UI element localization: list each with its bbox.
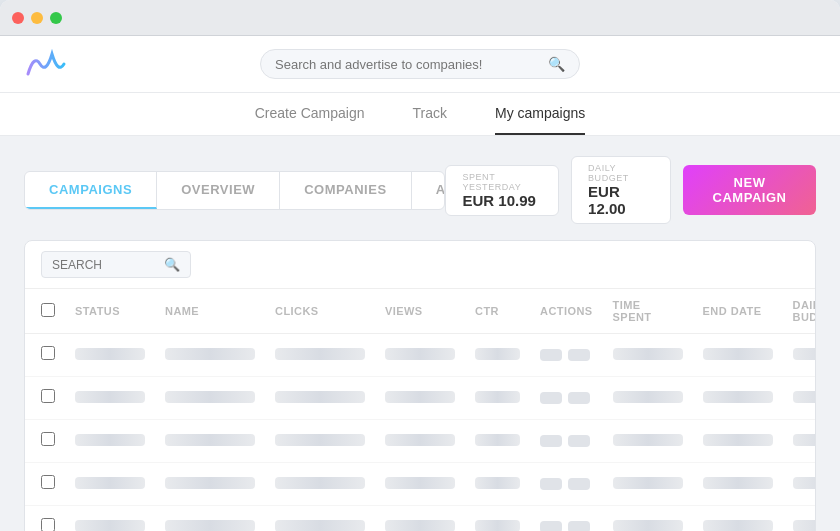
- row-ctr: [465, 377, 530, 420]
- sub-tabs: CAMPAIGNS OVERVIEW COMPANIES ADS: [24, 171, 445, 210]
- row-daily-budget: [783, 506, 816, 532]
- time-skeleton: [613, 391, 683, 403]
- row-daily-budget: [783, 463, 816, 506]
- row-checkbox[interactable]: [41, 346, 55, 360]
- name-skeleton: [165, 477, 255, 489]
- row-views: [375, 377, 465, 420]
- row-clicks: [265, 377, 375, 420]
- end-date-skeleton: [703, 520, 773, 531]
- row-ctr: [465, 334, 530, 377]
- sub-tabs-row: CAMPAIGNS OVERVIEW COMPANIES ADS SPENT Y…: [24, 156, 816, 224]
- clicks-skeleton: [275, 348, 365, 360]
- ctr-skeleton: [475, 434, 520, 446]
- sub-tab-companies[interactable]: COMPANIES: [280, 172, 411, 209]
- th-views: VIEWS: [375, 289, 465, 334]
- table-search-row: 🔍: [25, 241, 815, 289]
- row-name: [155, 334, 265, 377]
- end-date-skeleton: [703, 391, 773, 403]
- row-ctr: [465, 420, 530, 463]
- row-name: [155, 463, 265, 506]
- new-campaign-button[interactable]: NEW CAMPAIGN: [683, 165, 816, 215]
- time-skeleton: [613, 520, 683, 531]
- row-ctr: [465, 506, 530, 532]
- name-skeleton: [165, 434, 255, 446]
- ctr-skeleton: [475, 391, 520, 403]
- th-clicks: CLICKS: [265, 289, 375, 334]
- row-checkbox-cell: [25, 334, 65, 377]
- th-ctr: CTR: [465, 289, 530, 334]
- row-checkbox[interactable]: [41, 518, 55, 531]
- row-actions: [530, 463, 603, 506]
- row-views: [375, 463, 465, 506]
- action-skeleton-2: [568, 521, 590, 531]
- tab-track[interactable]: Track: [412, 93, 446, 135]
- row-clicks: [265, 463, 375, 506]
- campaigns-table-container: 🔍 STATUS NAME CLICKS VIEWS CTR ACTIONS: [24, 240, 816, 531]
- views-skeleton: [385, 391, 455, 403]
- row-views: [375, 334, 465, 377]
- name-skeleton: [165, 391, 255, 403]
- row-checkbox[interactable]: [41, 475, 55, 489]
- status-skeleton: [75, 520, 145, 531]
- row-clicks: [265, 334, 375, 377]
- clicks-skeleton: [275, 477, 365, 489]
- sub-tab-campaigns[interactable]: CAMPAIGNS: [25, 172, 157, 209]
- row-checkbox[interactable]: [41, 389, 55, 403]
- time-skeleton: [613, 477, 683, 489]
- actions-skeletons: [540, 478, 593, 490]
- row-end-date: [693, 334, 783, 377]
- views-skeleton: [385, 520, 455, 531]
- row-checkbox-cell: [25, 506, 65, 532]
- row-daily-budget: [783, 334, 816, 377]
- tab-my-campaigns[interactable]: My campaigns: [495, 93, 585, 135]
- row-end-date: [693, 377, 783, 420]
- budget-skeleton: [793, 348, 816, 360]
- clicks-skeleton: [275, 391, 365, 403]
- row-checkbox-cell: [25, 377, 65, 420]
- titlebar: [0, 0, 840, 36]
- row-views: [375, 420, 465, 463]
- row-clicks: [265, 506, 375, 532]
- tab-create-campaign[interactable]: Create Campaign: [255, 93, 365, 135]
- budget-skeleton: [793, 434, 816, 446]
- actions-skeletons: [540, 435, 593, 447]
- end-date-skeleton: [703, 348, 773, 360]
- row-end-date: [693, 463, 783, 506]
- table-search-input[interactable]: [52, 258, 158, 272]
- global-search-bar[interactable]: 🔍: [260, 49, 580, 79]
- action-skeleton-1: [540, 478, 562, 490]
- action-skeleton-2: [568, 392, 590, 404]
- row-time-spent: [603, 334, 693, 377]
- main-content: CAMPAIGNS OVERVIEW COMPANIES ADS SPENT Y…: [0, 136, 840, 531]
- select-all-checkbox[interactable]: [41, 303, 55, 317]
- end-date-skeleton: [703, 434, 773, 446]
- action-skeleton-2: [568, 349, 590, 361]
- status-skeleton: [75, 391, 145, 403]
- name-skeleton: [165, 520, 255, 531]
- table-search-bar[interactable]: 🔍: [41, 251, 191, 278]
- time-skeleton: [613, 348, 683, 360]
- th-name: NAME: [155, 289, 265, 334]
- row-name: [155, 506, 265, 532]
- row-daily-budget: [783, 420, 816, 463]
- th-actions: ACTIONS: [530, 289, 603, 334]
- status-skeleton: [75, 434, 145, 446]
- ctr-skeleton: [475, 477, 520, 489]
- row-time-spent: [603, 420, 693, 463]
- ctr-skeleton: [475, 348, 520, 360]
- daily-budget-box: DAILY BUDGET EUR 12.00: [571, 156, 671, 224]
- daily-budget-value: EUR 12.00: [588, 183, 654, 217]
- table-row: [25, 420, 816, 463]
- table-header-row: STATUS NAME CLICKS VIEWS CTR ACTIONS TIM…: [25, 289, 816, 334]
- views-skeleton: [385, 477, 455, 489]
- global-search-input[interactable]: [275, 57, 548, 72]
- row-checkbox-cell: [25, 463, 65, 506]
- spent-yesterday-label: SPENT YESTERDAY: [462, 172, 542, 192]
- nav-tabs: Create Campaign Track My campaigns: [0, 93, 840, 136]
- row-checkbox[interactable]: [41, 432, 55, 446]
- table-row: [25, 334, 816, 377]
- sub-tab-ads[interactable]: ADS: [412, 172, 446, 209]
- spent-yesterday-value: EUR 10.99: [462, 192, 542, 209]
- sub-tab-overview[interactable]: OVERVIEW: [157, 172, 280, 209]
- row-actions: [530, 506, 603, 532]
